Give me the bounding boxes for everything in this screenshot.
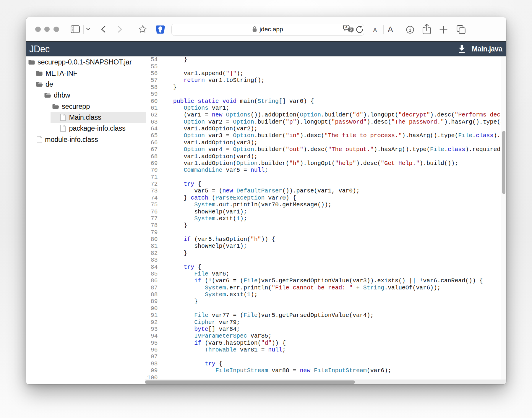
svg-text:A: A: [345, 25, 348, 29]
